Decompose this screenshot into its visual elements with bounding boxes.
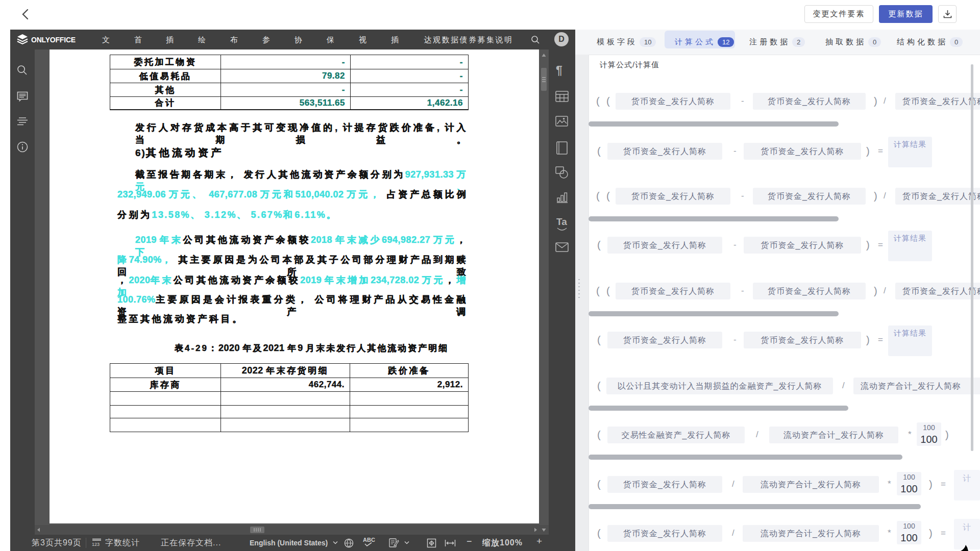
- svg-text:123: 123: [92, 542, 100, 547]
